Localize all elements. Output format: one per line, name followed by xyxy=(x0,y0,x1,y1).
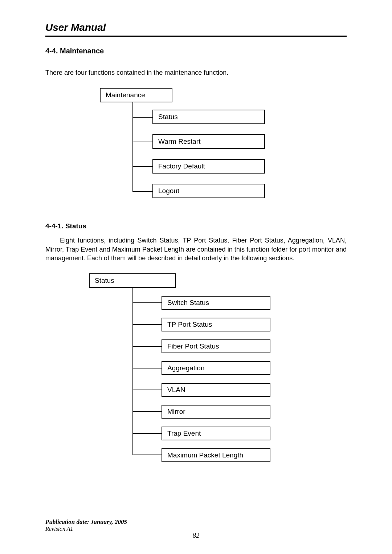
section-heading: 4-4. Maintenance xyxy=(45,47,347,55)
tree-root-status: Status xyxy=(89,273,176,288)
tree-node-vlan: VLAN xyxy=(162,383,270,397)
tree-node-aggregation: Aggregation xyxy=(162,361,270,375)
tree-node-mirror: Mirror xyxy=(162,405,270,419)
page-number: 82 xyxy=(0,532,392,539)
tree-node-fiber-port-status: Fiber Port Status xyxy=(162,339,270,353)
tree-node-trap-event: Trap Event xyxy=(162,427,270,440)
tree-root-maintenance: Maintenance xyxy=(100,88,172,102)
status-tree-diagram: Status Switch Status TP Port Status Fibe… xyxy=(89,273,292,469)
tree-node-status: Status xyxy=(152,110,265,124)
title-rule xyxy=(45,36,347,37)
tree-node-switch-status: Switch Status xyxy=(162,296,270,310)
maintenance-tree-diagram: Maintenance Status Warm Restart Factory … xyxy=(100,88,303,204)
publication-date: Publication date: January, 2005 xyxy=(45,518,127,526)
subsection-paragraph: Eight functions, including Switch Status… xyxy=(45,236,347,262)
revision-label: Revision A1 xyxy=(45,526,127,532)
footer-block: Publication date: January, 2005 Revision… xyxy=(45,518,127,532)
tree-node-tp-port-status: TP Port Status xyxy=(162,318,270,331)
tree-node-warm-restart: Warm Restart xyxy=(152,134,265,149)
subsection-heading: 4-4-1. Status xyxy=(45,222,347,230)
document-title: User Manual xyxy=(45,22,347,33)
tree-node-max-packet-length: Maximum Packet Length xyxy=(162,448,270,462)
tree-node-factory-default: Factory Default xyxy=(152,159,265,174)
section-intro: There are four functions contained in th… xyxy=(45,68,347,77)
tree-node-logout: Logout xyxy=(152,184,265,198)
